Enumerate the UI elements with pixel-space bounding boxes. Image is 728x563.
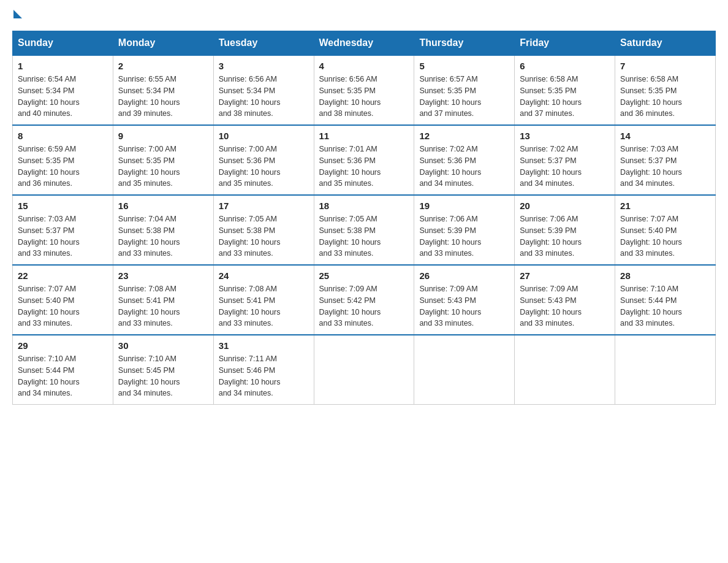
day-info: Sunrise: 7:02 AM Sunset: 5:37 PM Dayligh… <box>520 144 610 190</box>
calendar-cell: 4 Sunrise: 6:56 AM Sunset: 5:35 PM Dayli… <box>314 55 414 125</box>
day-number: 2 <box>118 61 208 71</box>
day-info: Sunrise: 7:03 AM Sunset: 5:37 PM Dayligh… <box>620 144 710 190</box>
day-number: 6 <box>520 61 610 71</box>
calendar-cell: 29 Sunrise: 7:10 AM Sunset: 5:44 PM Dayl… <box>13 335 113 405</box>
day-info: Sunrise: 6:54 AM Sunset: 5:34 PM Dayligh… <box>18 74 108 120</box>
weekday-header-friday: Friday <box>515 31 615 56</box>
calendar-week-row: 1 Sunrise: 6:54 AM Sunset: 5:34 PM Dayli… <box>13 55 716 125</box>
page-header <box>12 12 716 18</box>
day-number: 16 <box>118 201 208 211</box>
calendar-cell: 20 Sunrise: 7:06 AM Sunset: 5:39 PM Dayl… <box>515 195 615 265</box>
day-number: 9 <box>118 131 208 141</box>
logo <box>12 12 22 18</box>
day-info: Sunrise: 7:03 AM Sunset: 5:37 PM Dayligh… <box>18 213 108 259</box>
day-number: 14 <box>620 131 710 141</box>
day-number: 4 <box>319 61 409 71</box>
day-number: 31 <box>219 340 309 351</box>
day-number: 20 <box>520 201 610 211</box>
calendar-cell: 24 Sunrise: 7:08 AM Sunset: 5:41 PM Dayl… <box>213 265 314 335</box>
day-info: Sunrise: 7:06 AM Sunset: 5:39 PM Dayligh… <box>520 213 610 259</box>
day-number: 1 <box>18 61 108 71</box>
day-number: 18 <box>319 201 409 211</box>
day-info: Sunrise: 7:05 AM Sunset: 5:38 PM Dayligh… <box>219 213 309 259</box>
day-number: 5 <box>419 61 509 71</box>
calendar-cell: 17 Sunrise: 7:05 AM Sunset: 5:38 PM Dayl… <box>213 195 314 265</box>
day-info: Sunrise: 7:09 AM Sunset: 5:43 PM Dayligh… <box>520 283 610 329</box>
calendar-cell: 14 Sunrise: 7:03 AM Sunset: 5:37 PM Dayl… <box>615 125 716 195</box>
weekday-header-tuesday: Tuesday <box>213 31 314 56</box>
calendar-cell: 10 Sunrise: 7:00 AM Sunset: 5:36 PM Dayl… <box>213 125 314 195</box>
day-info: Sunrise: 7:08 AM Sunset: 5:41 PM Dayligh… <box>219 283 309 329</box>
calendar-cell: 9 Sunrise: 7:00 AM Sunset: 5:35 PM Dayli… <box>113 125 213 195</box>
day-info: Sunrise: 7:09 AM Sunset: 5:43 PM Dayligh… <box>419 283 509 329</box>
day-number: 26 <box>419 270 509 281</box>
day-info: Sunrise: 7:00 AM Sunset: 5:36 PM Dayligh… <box>219 144 309 190</box>
day-info: Sunrise: 7:01 AM Sunset: 5:36 PM Dayligh… <box>319 144 409 190</box>
calendar-cell: 22 Sunrise: 7:07 AM Sunset: 5:40 PM Dayl… <box>13 265 113 335</box>
day-info: Sunrise: 6:59 AM Sunset: 5:35 PM Dayligh… <box>18 144 108 190</box>
day-info: Sunrise: 7:10 AM Sunset: 5:45 PM Dayligh… <box>118 353 208 399</box>
day-number: 15 <box>18 201 108 211</box>
calendar-cell: 7 Sunrise: 6:58 AM Sunset: 5:35 PM Dayli… <box>615 55 716 125</box>
day-number: 29 <box>18 340 108 351</box>
calendar-cell: 2 Sunrise: 6:55 AM Sunset: 5:34 PM Dayli… <box>113 55 213 125</box>
day-info: Sunrise: 6:56 AM Sunset: 5:34 PM Dayligh… <box>219 74 309 120</box>
day-info: Sunrise: 7:07 AM Sunset: 5:40 PM Dayligh… <box>620 213 710 259</box>
day-number: 23 <box>118 270 208 281</box>
day-number: 24 <box>219 270 309 281</box>
calendar-cell: 28 Sunrise: 7:10 AM Sunset: 5:44 PM Dayl… <box>615 265 716 335</box>
day-number: 10 <box>219 131 309 141</box>
day-info: Sunrise: 7:05 AM Sunset: 5:38 PM Dayligh… <box>319 213 409 259</box>
day-info: Sunrise: 6:57 AM Sunset: 5:35 PM Dayligh… <box>419 74 509 120</box>
day-number: 19 <box>419 201 509 211</box>
day-number: 13 <box>520 131 610 141</box>
calendar-cell: 23 Sunrise: 7:08 AM Sunset: 5:41 PM Dayl… <box>113 265 213 335</box>
weekday-header-saturday: Saturday <box>615 31 716 56</box>
calendar-cell: 15 Sunrise: 7:03 AM Sunset: 5:37 PM Dayl… <box>13 195 113 265</box>
calendar-cell: 27 Sunrise: 7:09 AM Sunset: 5:43 PM Dayl… <box>515 265 615 335</box>
calendar-cell: 11 Sunrise: 7:01 AM Sunset: 5:36 PM Dayl… <box>314 125 414 195</box>
calendar-cell: 3 Sunrise: 6:56 AM Sunset: 5:34 PM Dayli… <box>213 55 314 125</box>
day-info: Sunrise: 7:08 AM Sunset: 5:41 PM Dayligh… <box>118 283 208 329</box>
calendar-cell: 30 Sunrise: 7:10 AM Sunset: 5:45 PM Dayl… <box>113 335 213 405</box>
calendar-week-row: 8 Sunrise: 6:59 AM Sunset: 5:35 PM Dayli… <box>13 125 716 195</box>
calendar-week-row: 22 Sunrise: 7:07 AM Sunset: 5:40 PM Dayl… <box>13 265 716 335</box>
day-info: Sunrise: 7:00 AM Sunset: 5:35 PM Dayligh… <box>118 144 208 190</box>
weekday-header-monday: Monday <box>113 31 213 56</box>
calendar-cell: 26 Sunrise: 7:09 AM Sunset: 5:43 PM Dayl… <box>414 265 515 335</box>
day-number: 30 <box>118 340 208 351</box>
day-number: 12 <box>419 131 509 141</box>
day-number: 3 <box>219 61 309 71</box>
calendar-cell: 13 Sunrise: 7:02 AM Sunset: 5:37 PM Dayl… <box>515 125 615 195</box>
calendar-week-row: 15 Sunrise: 7:03 AM Sunset: 5:37 PM Dayl… <box>13 195 716 265</box>
calendar-table: SundayMondayTuesdayWednesdayThursdayFrid… <box>12 31 716 405</box>
calendar-cell: 5 Sunrise: 6:57 AM Sunset: 5:35 PM Dayli… <box>414 55 515 125</box>
weekday-header-sunday: Sunday <box>13 31 113 56</box>
day-info: Sunrise: 6:58 AM Sunset: 5:35 PM Dayligh… <box>520 74 610 120</box>
day-number: 21 <box>620 201 710 211</box>
weekday-header-thursday: Thursday <box>414 31 515 56</box>
calendar-cell: 6 Sunrise: 6:58 AM Sunset: 5:35 PM Dayli… <box>515 55 615 125</box>
calendar-cell <box>414 335 515 405</box>
calendar-cell: 1 Sunrise: 6:54 AM Sunset: 5:34 PM Dayli… <box>13 55 113 125</box>
day-info: Sunrise: 7:11 AM Sunset: 5:46 PM Dayligh… <box>219 353 309 399</box>
day-number: 11 <box>319 131 409 141</box>
weekday-header-wednesday: Wednesday <box>314 31 414 56</box>
calendar-cell: 19 Sunrise: 7:06 AM Sunset: 5:39 PM Dayl… <box>414 195 515 265</box>
calendar-header-row: SundayMondayTuesdayWednesdayThursdayFrid… <box>13 31 716 56</box>
day-info: Sunrise: 7:06 AM Sunset: 5:39 PM Dayligh… <box>419 213 509 259</box>
day-info: Sunrise: 6:58 AM Sunset: 5:35 PM Dayligh… <box>620 74 710 120</box>
calendar-cell <box>314 335 414 405</box>
calendar-cell: 31 Sunrise: 7:11 AM Sunset: 5:46 PM Dayl… <box>213 335 314 405</box>
day-number: 8 <box>18 131 108 141</box>
calendar-week-row: 29 Sunrise: 7:10 AM Sunset: 5:44 PM Dayl… <box>13 335 716 405</box>
day-number: 25 <box>319 270 409 281</box>
day-number: 17 <box>219 201 309 211</box>
calendar-cell: 21 Sunrise: 7:07 AM Sunset: 5:40 PM Dayl… <box>615 195 716 265</box>
calendar-cell: 16 Sunrise: 7:04 AM Sunset: 5:38 PM Dayl… <box>113 195 213 265</box>
day-info: Sunrise: 6:55 AM Sunset: 5:34 PM Dayligh… <box>118 74 208 120</box>
calendar-cell: 18 Sunrise: 7:05 AM Sunset: 5:38 PM Dayl… <box>314 195 414 265</box>
logo-arrow-icon <box>13 10 22 18</box>
day-number: 28 <box>620 270 710 281</box>
calendar-cell: 12 Sunrise: 7:02 AM Sunset: 5:36 PM Dayl… <box>414 125 515 195</box>
